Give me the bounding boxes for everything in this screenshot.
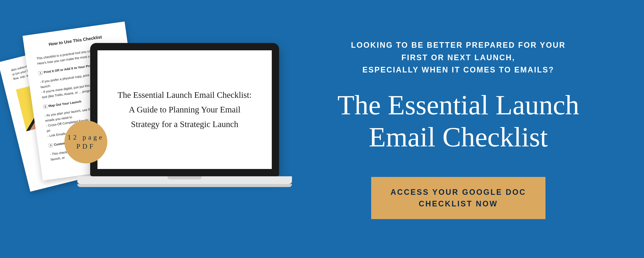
badge-line-2: PDF	[76, 142, 96, 151]
cta-line-1: ACCESS YOUR GOOGLE DOC	[390, 188, 526, 197]
laptop-bezel: The Essential Launch Email Checklist: A …	[90, 43, 279, 176]
laptop-screen-title: The Essential Launch Email Checklist: A …	[118, 88, 252, 132]
eyebrow-text: LOOKING TO BE BETTER PREPARED FOR YOUR F…	[351, 39, 566, 76]
eyebrow-line-2: FIRST OR NEXT LAUNCH,	[402, 53, 515, 62]
laptop-notch	[168, 176, 202, 179]
laptop-foot	[77, 184, 292, 187]
eyebrow-line-3: ESPECIALLY WHEN IT COMES TO EMAILS?	[362, 65, 554, 74]
badge-line-1: 12 page	[68, 133, 104, 142]
cta-button[interactable]: ACCESS YOUR GOOGLE DOC CHECKLIST NOW	[371, 177, 545, 219]
hero-banner: also subscribe st (on your favor flow, s…	[0, 0, 644, 258]
copy-panel: LOOKING TO BE BETTER PREPARED FOR YOUR F…	[290, 0, 644, 258]
headline-line-2: Email Checklist	[369, 121, 548, 153]
cta-line-2: CHECKLIST NOW	[419, 199, 498, 208]
mockup-panel: also subscribe st (on your favor flow, s…	[0, 0, 290, 258]
headline: The Essential Launch Email Checklist	[338, 89, 579, 153]
eyebrow-line-1: LOOKING TO BE BETTER PREPARED FOR YOUR	[351, 41, 566, 49]
laptop-screen: The Essential Launch Email Checklist: A …	[98, 50, 272, 169]
page-count-badge: 12 page PDF	[64, 120, 107, 163]
headline-line-1: The Essential Launch	[338, 89, 579, 120]
laptop-mockup: The Essential Launch Email Checklist: A …	[90, 43, 279, 187]
paper-item-2-title-text: Map Out Your Launch	[48, 99, 81, 108]
laptop-base	[77, 176, 292, 184]
